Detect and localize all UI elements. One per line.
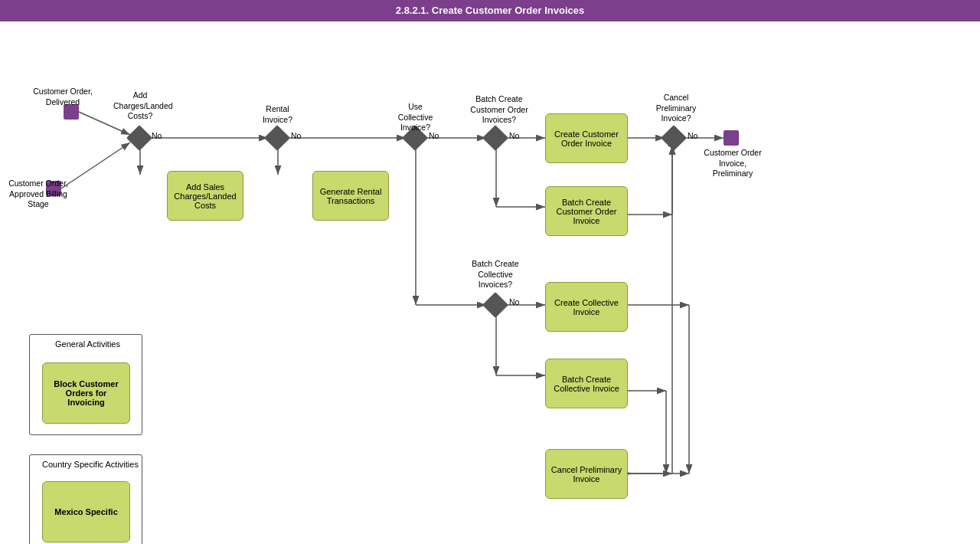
legend-country-title: Country Specific Activities	[42, 460, 139, 469]
svg-line-2	[61, 143, 130, 188]
question-3: Use Collective Invoice?	[390, 102, 440, 133]
question-2-no: No	[291, 131, 301, 142]
activity-cancel-prelim[interactable]: Cancel Preliminary Invoice	[545, 449, 628, 499]
legend-general-title: General Activities	[55, 339, 120, 349]
title-bar: 2.8.2.1. Create Customer Order Invoices	[0, 0, 980, 21]
question-5: Batch Create Collective Invoices?	[465, 259, 526, 290]
question-5-no: No	[509, 297, 519, 308]
activity-batch-co-invoice[interactable]: Batch Create Customer Order Invoice	[545, 186, 628, 236]
diamond-6	[661, 125, 687, 151]
question-1: Add Charges/Landed Costs?	[113, 90, 167, 122]
question-4: Batch Create Customer Order Invoices?	[469, 94, 530, 126]
diagram-area: Customer Order, Delivered Customer Order…	[0, 21, 980, 544]
activity-create-co-invoice[interactable]: Create Customer Order Invoice	[545, 113, 628, 163]
diamond-5	[482, 292, 508, 318]
diamond-2	[264, 125, 290, 151]
start-event-2-label: Customer Order, Approved Billing Stage	[8, 179, 69, 210]
question-1-no: No	[152, 131, 162, 142]
question-2: Rental Invoice?	[253, 104, 302, 125]
question-6: Cancel Preliminary Invoice?	[646, 93, 706, 124]
end-event-label: Customer Order Invoice, Preliminary	[698, 148, 767, 179]
legend-country-activity: Mexico Specific	[42, 481, 130, 542]
start-event-1-label: Customer Order, Delivered	[32, 87, 93, 107]
legend-general-activity: Block Customer Orders for Invoicing	[42, 362, 130, 424]
question-3-no: No	[429, 131, 439, 142]
diamond-4	[482, 125, 508, 151]
activity-batch-collective[interactable]: Batch Create Collective Invoice	[545, 359, 628, 408]
activity-add-charges[interactable]: Add Sales Charges/Landed Costs	[167, 171, 243, 221]
page-title: 2.8.2.1. Create Customer Order Invoices	[396, 5, 584, 16]
activity-generate-rental[interactable]: Generate Rental Transactions	[312, 171, 389, 221]
activity-create-collective[interactable]: Create Collective Invoice	[545, 282, 628, 332]
question-6-no: No	[688, 131, 697, 142]
question-4-no: No	[509, 131, 519, 142]
diamond-1	[126, 125, 152, 151]
end-event	[724, 130, 739, 146]
